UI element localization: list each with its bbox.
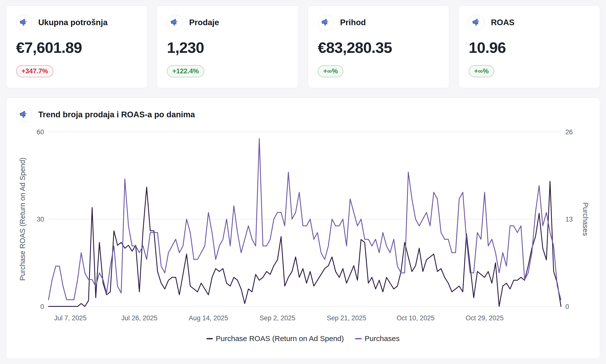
megaphone-icon xyxy=(318,15,334,30)
svg-text:26: 26 xyxy=(565,128,573,136)
trend-line-chart[interactable]: 0306001326Jul 7, 2025Jul 26, 2025Aug 14,… xyxy=(16,126,590,333)
legend-label: Purchases xyxy=(364,334,400,343)
legend-item-purchases[interactable]: Purchases xyxy=(355,334,400,343)
svg-text:13: 13 xyxy=(565,216,573,223)
kpi-card-revenue: Prihod €83,280.35 +∞% xyxy=(308,5,449,88)
megaphone-icon xyxy=(16,107,32,122)
kpi-title: ROAS xyxy=(491,18,514,27)
megaphone-icon xyxy=(167,15,183,30)
svg-text:0: 0 xyxy=(40,303,44,310)
kpi-row: Ukupna potrošnja €7,601.89 +347.7% Proda… xyxy=(6,5,600,88)
svg-text:0: 0 xyxy=(565,303,569,310)
kpi-change-badge: +122.4% xyxy=(167,65,204,77)
kpi-card-total-spend: Ukupna potrošnja €7,601.89 +347.7% xyxy=(6,5,147,88)
svg-text:60: 60 xyxy=(37,128,44,136)
chart-header: Trend broja prodaja i ROAS-a po danima xyxy=(16,107,590,122)
svg-text:Purchases: Purchases xyxy=(582,202,589,236)
svg-text:Sep 21, 2025: Sep 21, 2025 xyxy=(327,314,366,322)
svg-text:Oct 29, 2025: Oct 29, 2025 xyxy=(466,314,504,322)
kpi-card-header: ROAS xyxy=(469,15,590,30)
svg-text:Sep 2, 2025: Sep 2, 2025 xyxy=(260,314,295,322)
trend-chart-card: Trend broja prodaja i ROAS-a po danima 0… xyxy=(6,98,600,359)
kpi-title: Prodaje xyxy=(189,18,219,27)
kpi-change-badge: +∞% xyxy=(318,65,343,77)
svg-text:Jul 26, 2025: Jul 26, 2025 xyxy=(121,314,157,322)
kpi-title: Ukupna potrošnja xyxy=(38,18,108,27)
legend-marker-purchases xyxy=(355,338,362,339)
chart-legend: Purchase ROAS (Return on Ad Spend) Purch… xyxy=(16,334,590,343)
svg-text:Jul 7, 2025: Jul 7, 2025 xyxy=(54,314,87,322)
kpi-card-header: Prodaje xyxy=(167,15,288,30)
svg-text:Oct 10, 2025: Oct 10, 2025 xyxy=(397,314,435,322)
kpi-card-roas: ROAS 10.96 +∞% xyxy=(459,5,600,88)
kpi-card-header: Ukupna potrošnja xyxy=(16,15,137,30)
megaphone-icon xyxy=(469,15,485,30)
kpi-card-header: Prihod xyxy=(318,15,439,30)
svg-text:30: 30 xyxy=(37,216,44,223)
kpi-value: 10.96 xyxy=(469,39,590,56)
svg-text:Purchase ROAS (Return on Ad Sp: Purchase ROAS (Return on Ad Spend) xyxy=(19,158,26,281)
kpi-title: Prihod xyxy=(340,18,366,27)
kpi-change-badge: +∞% xyxy=(469,65,494,77)
legend-label: Purchase ROAS (Return on Ad Spend) xyxy=(216,334,344,343)
kpi-value: 1,230 xyxy=(167,39,288,56)
legend-marker-purchase-roas xyxy=(206,338,213,339)
legend-item-purchase-roas[interactable]: Purchase ROAS (Return on Ad Spend) xyxy=(206,334,344,343)
kpi-value: €7,601.89 xyxy=(16,39,137,56)
kpi-card-sales: Prodaje 1,230 +122.4% xyxy=(157,5,298,88)
chart-title: Trend broja prodaja i ROAS-a po danima xyxy=(38,110,195,119)
kpi-change-badge: +347.7% xyxy=(16,65,53,77)
kpi-value: €83,280.35 xyxy=(318,39,439,56)
megaphone-icon xyxy=(16,15,32,30)
svg-text:Aug 14, 2025: Aug 14, 2025 xyxy=(189,314,228,322)
